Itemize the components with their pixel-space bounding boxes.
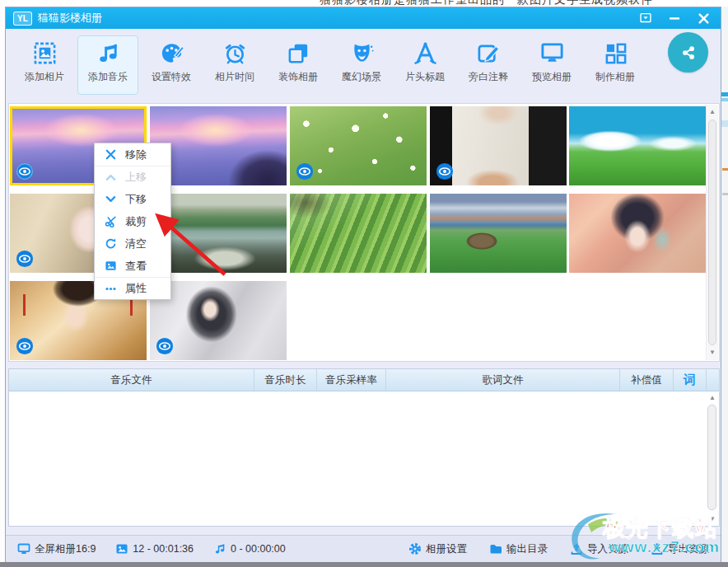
eye-icon[interactable] <box>156 337 174 355</box>
grid-icon <box>603 40 628 66</box>
minimize-button[interactable] <box>667 12 682 25</box>
toolbar: 添加相片 添加音乐 设置特效 相片时间 装饰相册 魔幻场景 <box>6 29 721 100</box>
share-button[interactable] <box>668 32 708 73</box>
menu-item-crop[interactable]: 裁剪 <box>95 210 170 232</box>
column-duration: 音乐时长 <box>254 369 317 391</box>
toolbar-item-label: 预览相册 <box>532 70 572 84</box>
statusbar-music-count: 0 - 00:00:00 <box>213 542 286 556</box>
background-page-bottom-strip <box>0 562 728 567</box>
eye-icon[interactable] <box>16 162 34 180</box>
column-sample-rate: 音乐采样率 <box>317 369 386 391</box>
scroll-down-arrow[interactable]: ▼ <box>707 514 718 524</box>
toolbar-item-label: 添加音乐 <box>88 70 128 84</box>
photo-thumbnail-9[interactable] <box>430 194 567 273</box>
scroll-up-arrow[interactable]: ▲ <box>707 393 718 403</box>
music-table-panel: 音乐文件 音乐时长 音乐采样率 歌词文件 补偿值 词 ▲ ▼ <box>8 368 720 527</box>
upload-icon <box>570 542 583 555</box>
export-resources-button[interactable]: 导出资源 <box>651 542 709 556</box>
menu-item-remove[interactable]: 移除 <box>95 143 170 166</box>
eye-icon[interactable] <box>296 162 314 180</box>
toolbar-item-decorate[interactable]: 装饰相册 <box>268 35 329 95</box>
column-lyrics-file: 歌词文件 <box>386 369 620 391</box>
share-icon <box>678 42 699 63</box>
toolbar-item-label: 旁白注释 <box>469 70 508 84</box>
gear-icon <box>408 542 422 555</box>
background-fragment <box>721 98 728 101</box>
remove-x-icon <box>105 148 117 161</box>
toolbar-item-label: 制作相册 <box>595 70 635 84</box>
photo-panel-scrollbar[interactable]: ▲ ▼ <box>706 105 718 360</box>
image-small-icon <box>115 542 128 555</box>
download-icon <box>651 542 664 555</box>
close-icon <box>698 12 710 25</box>
screenshot-stage: 猫猫影楼相册是猫猫工作室出品的一款图片文字生成视频软件 YL 猫猫影楼相册 <box>0 0 728 567</box>
menu-item-properties[interactable]: 属性 <box>95 277 170 299</box>
toolbar-item-add-music[interactable]: 添加音乐 <box>77 35 138 95</box>
dropdown-box-icon <box>639 12 652 24</box>
annotate-icon <box>476 40 502 66</box>
toolbar-item-label: 设置特效 <box>152 70 191 84</box>
photo-thumbnail-3[interactable] <box>290 106 427 185</box>
window-menu-button[interactable] <box>638 12 653 25</box>
toolbar-item-narration[interactable]: 旁白注释 <box>458 35 519 95</box>
menu-item-view[interactable]: 查看 <box>95 255 170 277</box>
monitor-icon <box>539 40 565 66</box>
toolbar-item-preview[interactable]: 预览相册 <box>521 35 582 95</box>
toolbar-item-effects[interactable]: 设置特效 <box>141 35 202 95</box>
menu-item-label: 上移 <box>125 170 147 185</box>
background-fragment <box>721 92 728 96</box>
eye-icon[interactable] <box>436 162 454 180</box>
scrollbar-thumb[interactable] <box>707 405 716 510</box>
toolbar-item-magic-scene[interactable]: 魔幻场景 <box>331 35 392 95</box>
photo-stamp-icon <box>32 40 58 66</box>
app-window: YL 猫猫影楼相册 添加相片 添加音乐 <box>5 7 721 562</box>
scissors-icon <box>105 215 117 227</box>
chevron-down-icon <box>105 193 117 205</box>
toolbar-item-label: 片头标题 <box>405 70 445 84</box>
close-button[interactable] <box>696 12 711 25</box>
toolbar-item-add-photo[interactable]: 添加相片 <box>14 35 75 95</box>
mask-icon <box>349 40 375 66</box>
menu-item-clear[interactable]: 清空 <box>95 232 170 255</box>
menu-item-move-down[interactable]: 下移 <box>95 188 170 210</box>
photo-thumbnail-4[interactable] <box>430 106 567 185</box>
scrollbar-thumb[interactable] <box>708 119 716 345</box>
monitor-small-icon <box>17 542 30 555</box>
menu-item-label: 查看 <box>125 259 147 274</box>
toolbar-item-label: 相片时间 <box>215 70 254 84</box>
statusbar-label: 导入资源 <box>587 542 628 556</box>
alarm-clock-icon <box>222 40 248 66</box>
menu-item-label: 移除 <box>125 148 147 162</box>
photo-thumbnail-8[interactable] <box>290 194 427 273</box>
ellipsis-icon <box>105 283 117 295</box>
statusbar-label: 0 - 00:00:00 <box>231 543 286 555</box>
image-icon <box>105 260 117 272</box>
eye-icon[interactable] <box>16 337 34 355</box>
statusbar-label: 相册设置 <box>426 542 467 556</box>
titlebar: YL 猫猫影楼相册 <box>6 7 721 29</box>
photo-thumbnail-10[interactable] <box>569 194 706 273</box>
background-fragment <box>722 193 728 195</box>
statusbar-label: 12 - 00:01:36 <box>133 543 194 555</box>
album-settings-button[interactable]: 相册设置 <box>408 542 467 556</box>
music-table-scrollbar[interactable]: ▲ ▼ <box>707 393 718 524</box>
scroll-up-arrow[interactable]: ▲ <box>707 106 718 118</box>
scroll-down-arrow[interactable]: ▼ <box>707 347 718 358</box>
column-offset: 补偿值 <box>620 369 674 391</box>
menu-item-label: 清空 <box>125 237 147 251</box>
import-resources-button[interactable]: 导入资源 <box>570 542 628 556</box>
music-table-body[interactable]: ▲ ▼ <box>9 391 719 526</box>
photo-context-menu: 移除 上移 下移 裁剪 清空 查看 <box>94 143 171 300</box>
toolbar-item-title-header[interactable]: 片头标题 <box>394 35 455 95</box>
toolbar-item-label: 添加相片 <box>25 70 64 84</box>
toolbar-item-make-album[interactable]: 制作相册 <box>585 35 646 95</box>
background-page-text-strip: 猫猫影楼相册是猫猫工作室出品的一款图片文字生成视频软件 <box>0 0 728 7</box>
minimize-icon <box>669 12 680 24</box>
toolbar-item-photo-time[interactable]: 相片时间 <box>204 35 265 95</box>
statusbar-photo-count: 12 - 00:01:36 <box>115 542 194 556</box>
music-small-icon <box>213 542 226 555</box>
eye-icon[interactable] <box>16 250 34 268</box>
photo-thumbnail-5[interactable] <box>569 106 706 185</box>
app-logo-badge: YL <box>13 12 32 26</box>
output-directory-button[interactable]: 输出目录 <box>489 542 548 556</box>
